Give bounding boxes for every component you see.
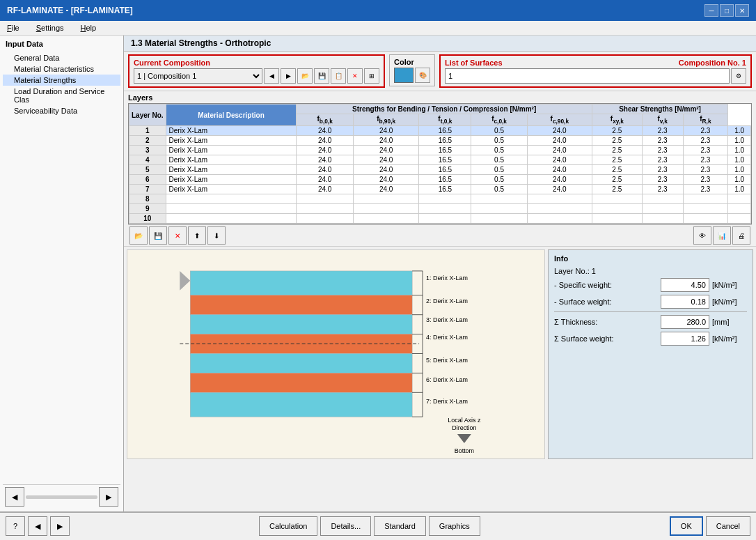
content-area: 1.3 Material Strengths - Orthotropic Cur… [124,36,756,511]
comp-table-btn[interactable]: ⊞ [364,68,379,84]
maximize-button[interactable]: □ [720,4,734,17]
layer-4-strip [190,334,412,354]
info-surface-weight-total-label: Σ Surface weight: [554,334,661,343]
toolbar-next-btn[interactable]: ⬇ [207,226,226,245]
sidebar-item-material-strengths[interactable]: Material Strengths [3,75,120,86]
info-specific-weight-unit: [kN/m³] [712,281,747,289]
info-specific-weight-value: 4.50 [661,278,709,292]
comp-prev-btn[interactable]: ◀ [264,68,279,84]
menu-settings[interactable]: Settings [32,22,68,33]
comp-save-btn[interactable]: 💾 [314,68,329,84]
sidebar-title: Input Data [3,38,120,49]
sidebar-item-load-duration[interactable]: Load Duration and Service Clas [3,86,120,105]
layer-5-strip [190,354,412,373]
title-bar: RF-LAMINATE - [RF-LAMINATE] ─ □ ✕ [0,0,756,21]
close-button[interactable]: ✕ [735,4,749,17]
table-row[interactable]: 5Derix X-Lam24.024.016.50.524.02.52.32.3… [129,165,751,175]
surfaces-input[interactable] [445,68,730,84]
color-label: Color [394,58,430,66]
toolbar-view-btn[interactable]: 👁 [693,226,711,245]
toolbar-save-btn[interactable]: 💾 [149,226,167,245]
details-button[interactable]: Details... [320,516,371,536]
menu-bar: File Settings Help [0,21,756,36]
toolbar-export-btn[interactable]: 📊 [713,226,731,245]
layer-visualization: 1: Derix X-Lam 2: Derix X-Lam 3: Derix X… [127,249,545,459]
table-row[interactable]: 7Derix X-Lam24.024.016.50.524.02.52.32.3… [129,185,751,194]
sidebar-nav-left[interactable]: ◀ [5,487,24,507]
info-specific-weight-row: - Specific weight: 4.50 [kN/m³] [554,278,747,292]
toolbar-delete-btn[interactable]: ✕ [168,226,187,245]
table-row[interactable]: 9 [129,204,751,214]
info-surface-weight-total-row: Σ Surface weight: 1.26 [kN/m²] [554,332,747,346]
layers-label: Layers [128,93,152,102]
color-swatch[interactable] [394,68,414,83]
menu-help[interactable]: Help [77,22,101,33]
comp-open-btn[interactable]: 📂 [297,68,313,84]
table-row[interactable]: 2Derix X-Lam24.024.016.50.524.02.52.32.3… [129,136,751,146]
surfaces-label: List of Surfaces [445,59,503,67]
cancel-button[interactable]: Cancel [706,516,750,536]
color-picker-btn[interactable]: 🎨 [415,68,430,83]
table-row[interactable]: 4Derix X-Lam24.024.016.50.524.02.52.32.3… [129,155,751,165]
standard-button[interactable]: Standard [374,516,426,536]
help-icon-btn[interactable]: ? [6,516,25,536]
info-thickness-unit: [mm] [712,318,747,326]
layer-7-strip [190,392,412,417]
layer-1-strip [190,271,412,295]
table-wrapper: Layer No. Material Description Strengths… [128,103,752,224]
nav-forward-btn[interactable]: ▶ [50,516,70,536]
layers-header: Layers [124,91,756,103]
table-row[interactable]: 6Derix X-Lam24.024.016.50.524.02.52.32.3… [129,175,751,185]
info-surface-weight-total-unit: [kN/m²] [712,334,747,343]
sidebar-item-general-data[interactable]: General Data [3,52,120,63]
info-title: Info [554,254,747,263]
toolbar-print-btn[interactable]: 🖨 [732,226,750,245]
color-box: Color 🎨 [389,54,435,86]
layer-label-3: 3: Derix X-Lam [426,316,468,323]
sidebar-nav-right[interactable]: ▶ [99,487,118,507]
graphics-button[interactable]: Graphics [429,516,480,536]
layer-6-strip [190,373,412,392]
sidebar-item-material-characteristics[interactable]: Material Characteristics [3,63,120,75]
menu-file[interactable]: File [3,22,24,33]
toolbar-prev-btn[interactable]: ⬆ [188,226,206,245]
layer-label-4: 4: Derix X-Lam [426,334,468,341]
bottom-bar: ? ◀ ▶ Calculation Details... Standard Gr… [0,511,756,539]
comp-delete-btn[interactable]: ✕ [347,68,363,84]
table-container: Layer No. Material Description Strengths… [124,103,756,246]
calculation-button[interactable]: Calculation [259,516,317,536]
info-surface-weight-total-value: 1.26 [661,332,709,346]
surfaces-settings-btn[interactable]: ⚙ [731,68,746,84]
layer-svg: 1: Derix X-Lam 2: Derix X-Lam 3: Derix X… [127,250,544,458]
layer-label-5: 5: Derix X-Lam [426,357,468,364]
comp-next-btn[interactable]: ▶ [281,68,296,84]
toolbar-right: 👁 📊 🖨 [693,226,750,245]
sidebar: Input Data General Data Material Charact… [0,36,124,511]
info-layer-no-row: Layer No.: 1 [554,267,747,275]
composition-select[interactable]: 1 | Composition 1 [134,68,262,84]
main-container: Input Data General Data Material Charact… [0,36,756,511]
ok-button[interactable]: OK [670,516,703,536]
comp-copy-btn[interactable]: 📋 [331,68,346,84]
info-surface-weight-label: - Surface weight: [554,298,661,306]
table-row[interactable]: 10 [129,214,751,224]
table-row[interactable]: 1Derix X-Lam24.024.016.50.524.02.52.32.3… [129,126,751,136]
layer-3-strip [190,315,412,334]
nav-back-btn[interactable]: ◀ [28,516,47,536]
info-thickness-value: 280.0 [661,315,709,329]
table-row[interactable]: 3Derix X-Lam24.024.016.50.524.02.52.32.3… [129,146,751,155]
sidebar-item-serviceability[interactable]: Serviceability Data [3,105,120,116]
layer-label-7: 7: Derix X-Lam [426,398,468,405]
toolbar-open-btn[interactable]: 📂 [129,226,148,245]
bottom-label: Bottom [455,447,474,454]
table-row[interactable]: 8 [129,194,751,204]
layer-label-1: 1: Derix X-Lam [426,275,468,281]
minimize-button[interactable]: ─ [704,4,718,17]
axis-label: Local Axis z [448,417,481,424]
comp-no-label: Composition No. 1 [679,59,746,67]
axis-arrow [457,434,471,443]
info-separator-1 [554,311,747,312]
info-thickness-row: Σ Thickness: 280.0 [mm] [554,315,747,329]
composition-label: Current Composition [134,59,379,67]
info-thickness-label: Σ Thickness: [554,318,661,326]
